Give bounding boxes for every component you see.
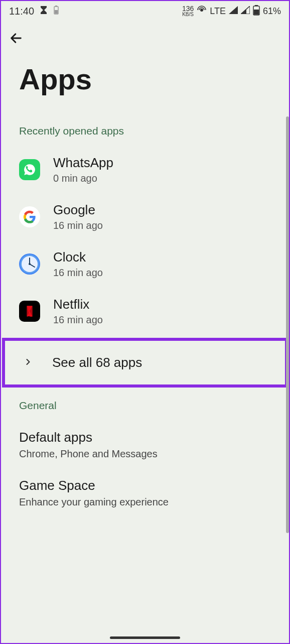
- app-item-whatsapp[interactable]: WhatsApp 0 min ago: [1, 146, 289, 193]
- setting-title: Game Space: [19, 478, 271, 493]
- status-bar: 11:40 136 KB/S LTE 61%: [1, 1, 289, 21]
- status-time: 11:40: [9, 6, 34, 17]
- svg-point-9: [29, 263, 31, 265]
- app-time: 16 min ago: [53, 314, 103, 326]
- app-info: Google 16 min ago: [53, 202, 103, 231]
- battery-percent: 61%: [263, 6, 281, 17]
- setting-default-apps[interactable]: Default apps Chrome, Phone and Messages: [1, 421, 289, 469]
- recent-apps-header: Recently opened apps: [1, 116, 289, 146]
- setting-title: Default apps: [19, 430, 271, 445]
- app-name: WhatsApp: [53, 155, 113, 171]
- battery-icon: [253, 5, 260, 18]
- status-right: 136 KB/S LTE 61%: [182, 5, 281, 18]
- svg-point-3: [200, 9, 203, 12]
- setting-subtitle: Chrome, Phone and Messages: [19, 448, 271, 460]
- hotspot-icon: [197, 5, 207, 18]
- whatsapp-icon: [19, 159, 40, 180]
- arrow-left-icon: [9, 31, 23, 45]
- clock-icon: [19, 253, 40, 275]
- app-time: 0 min ago: [53, 173, 113, 184]
- app-name: Google: [53, 202, 103, 218]
- svg-rect-6: [254, 10, 259, 15]
- app-name: Clock: [53, 249, 103, 265]
- app-info: Clock 16 min ago: [53, 249, 103, 279]
- svg-rect-5: [255, 5, 258, 6]
- svg-rect-1: [55, 6, 57, 7]
- see-all-label: See all 68 apps: [52, 355, 142, 370]
- data-rate: 136 KB/S: [182, 5, 194, 17]
- network-label: LTE: [210, 6, 226, 17]
- chevron-right-icon: [23, 357, 33, 369]
- app-item-netflix[interactable]: Netflix 16 min ago: [1, 288, 289, 335]
- app-name: Netflix: [53, 297, 103, 312]
- setting-subtitle: Enhance your gaming experience: [19, 496, 271, 508]
- general-header: General: [1, 391, 289, 421]
- svg-rect-2: [55, 10, 58, 14]
- page-title: Apps: [1, 52, 289, 116]
- app-time: 16 min ago: [53, 267, 103, 279]
- status-left: 11:40: [9, 5, 59, 18]
- setting-game-space[interactable]: Game Space Enhance your gaming experienc…: [1, 469, 289, 517]
- google-icon: [19, 206, 40, 227]
- navigation-pill[interactable]: [110, 636, 180, 639]
- battery-small-icon: [53, 5, 59, 18]
- signal-icon-2: [241, 6, 250, 17]
- signal-icon-1: [229, 6, 238, 17]
- see-all-apps-button[interactable]: See all 68 apps: [2, 338, 288, 388]
- app-time: 16 min ago: [53, 220, 103, 231]
- app-info: Netflix 16 min ago: [53, 297, 103, 326]
- netflix-icon: [19, 301, 40, 322]
- app-info: WhatsApp 0 min ago: [53, 155, 113, 184]
- hourglass-icon: [39, 5, 48, 18]
- app-item-clock[interactable]: Clock 16 min ago: [1, 240, 289, 288]
- back-button[interactable]: [1, 21, 289, 52]
- app-item-google[interactable]: Google 16 min ago: [1, 193, 289, 240]
- scrollbar[interactable]: [286, 116, 289, 533]
